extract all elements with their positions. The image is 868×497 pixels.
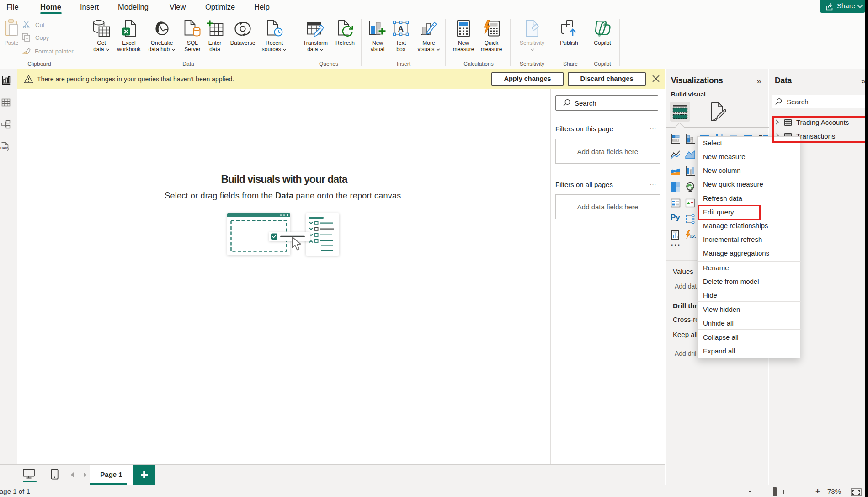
svg-text:A: A (398, 25, 404, 33)
svg-text:123: 123 (689, 234, 696, 239)
svg-text:DAX: DAX (0, 146, 7, 150)
